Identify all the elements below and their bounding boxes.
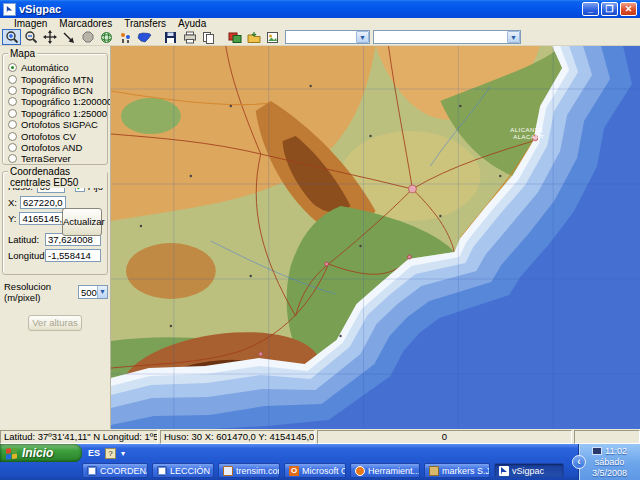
resolucion-label: Resolucion (m/pixel) [4,281,74,303]
language-chevron-icon[interactable]: ▾ [121,449,125,458]
radio-topografico-200000[interactable]: Topográfico 1:200000 [8,96,103,107]
ver-alturas-button[interactable]: Ver alturas [28,315,82,331]
y-field[interactable]: 4165145,0 [19,212,65,225]
radio-icon[interactable] [8,132,17,141]
longitud-label: Longitud: [8,250,42,261]
photos-icon[interactable] [225,29,244,45]
vsigpac-window: vSigpac _ ❐ ✕ Imagen Marcadores Transfer… [0,0,640,444]
hand-icon [429,466,439,476]
clock[interactable]: 11:02 [605,446,627,457]
x-label: X: [8,197,17,208]
menu-marcadores[interactable]: Marcadores [53,18,118,29]
taskbar: Inicio ES ? ▾ COORDENA... LECCIÓN M... t… [0,444,640,480]
tray-chevron-icon[interactable]: ‹ [572,455,586,469]
mapa-group-title: Mapa [8,48,37,59]
radio-topografico-25000[interactable]: Topográfico 1:25000 [8,108,103,119]
polygon-icon[interactable] [78,29,97,45]
radio-ortofotos-and[interactable]: Ortofotos AND [8,142,103,153]
browser-icon [223,466,233,476]
tool-icon [355,466,365,476]
menubar: Imagen Marcadores Transfers Ayuda [0,18,640,29]
taskbar-button-herramient[interactable]: Herramient... [350,463,420,478]
radio-icon[interactable] [8,154,17,163]
mapa-groupbox: Mapa Automático Topográfico MTN Topográf… [2,53,108,165]
toolbar-combo-2[interactable]: ▼ [373,30,521,44]
radio-automatico[interactable]: Automático [8,62,103,73]
print-icon[interactable] [180,29,199,45]
radio-icon[interactable] [8,63,17,72]
copy-icon[interactable] [199,29,218,45]
radio-terraserver[interactable]: TerraServer [8,153,103,164]
taskbar-button-leccion[interactable]: LECCIÓN M... [152,463,214,478]
keyboard-help-icon[interactable]: ? [105,448,116,459]
minimize-button[interactable]: _ [582,2,599,16]
taskbar-button-coordena[interactable]: COORDENA... [82,463,148,478]
radio-ortofotos-sigpac[interactable]: Ortofotos SIGPAC [8,119,103,130]
statusbar: Latitud: 37º31'41,11" N Longitud: 1º51'5… [0,429,640,444]
start-button[interactable]: Inicio [0,444,82,462]
image-page-icon[interactable] [263,29,282,45]
taskbar-button-microsoft-o[interactable]: OMicrosoft O... [284,463,346,478]
language-indicator[interactable]: ES [88,448,100,458]
toolbar-combo-1[interactable]: ▼ [285,30,370,44]
menu-ayuda[interactable]: Ayuda [172,18,212,29]
menu-imagen[interactable]: Imagen [8,18,53,29]
radio-icon[interactable] [8,75,17,84]
open-folder-icon[interactable] [244,29,263,45]
markers-icon[interactable] [116,29,135,45]
menu-transfers[interactable]: Transfers [118,18,172,29]
world-icon[interactable] [97,29,116,45]
spain-map-icon[interactable] [135,29,154,45]
save-icon[interactable] [161,29,180,45]
toolbar: ▼ ▼ [0,29,640,46]
map-image: ALICANTE ALACANT [111,46,640,429]
sidebar-panel: Mapa Automático Topográfico MTN Topográf… [0,46,110,429]
date: 3/5/2008 [592,468,627,479]
status-utm: Huso: 30 X: 601470,0 Y: 4154145,0 [160,430,315,444]
titlebar[interactable]: vSigpac _ ❐ ✕ [0,0,640,18]
status-counter: 0 [317,430,572,444]
resolucion-combo[interactable]: 500 ▼ [78,285,108,299]
radio-topografico-mtn[interactable]: Topográfico MTN [8,73,103,84]
radio-icon[interactable] [8,86,17,95]
longitud-field[interactable]: -1,558414 [45,249,101,262]
start-label: Inicio [22,446,53,460]
outlook-icon: O [289,466,299,476]
arrow-icon[interactable] [59,29,78,45]
zoom-in-icon[interactable] [2,29,21,45]
quick-launch: ES ? ▾ [88,445,125,461]
radio-icon[interactable] [8,109,17,118]
coords-group-title: Coordenadas centrales ED50 [8,166,107,188]
taskbar-button-markers[interactable]: markers S.J... [424,463,490,478]
map-label-alicante: ALICANTE [510,127,543,133]
combo-dropdown-icon[interactable]: ▼ [356,31,369,43]
map-label-alacant: ALACANT [513,134,544,140]
combo-dropdown-icon[interactable]: ▼ [507,31,520,43]
radio-icon[interactable] [8,143,17,152]
close-button[interactable]: ✕ [620,2,637,16]
radio-icon[interactable] [8,97,17,106]
latitud-label: Latitud: [8,234,42,245]
network-tray-icon[interactable] [592,447,602,455]
radio-topografico-bcn[interactable]: Topográfico BCN [8,85,103,96]
taskbar-button-trensim[interactable]: trensim.com... [218,463,280,478]
radio-icon[interactable] [8,120,17,129]
actualizar-button[interactable]: Actualizar [62,208,102,236]
radio-ortofotos-cv[interactable]: Ortofotos CV [8,130,103,141]
app-icon [3,3,16,16]
pan-icon[interactable] [40,29,59,45]
y-label: Y: [8,213,16,224]
map-viewport[interactable]: ALICANTE ALACANT [110,46,640,429]
task-buttons: COORDENA... LECCIÓN M... trensim.com... … [82,463,564,479]
status-spare [574,430,640,444]
x-field[interactable]: 627220,0 [20,196,66,209]
zoom-out-icon[interactable] [21,29,40,45]
vsigpac-icon [499,466,509,476]
document-icon [157,466,167,476]
window-title: vSigpac [19,3,582,15]
taskbar-button-vsigpac[interactable]: vSigpac [494,463,564,478]
restore-button[interactable]: ❐ [601,2,618,16]
status-latlon: Latitud: 37º31'41,11" N Longitud: 1º51'5… [0,430,158,444]
combo-dropdown-icon[interactable]: ▼ [97,286,107,298]
coords-groupbox: Coordenadas centrales ED50 Huso: 30 ✓ Fi… [2,171,108,275]
